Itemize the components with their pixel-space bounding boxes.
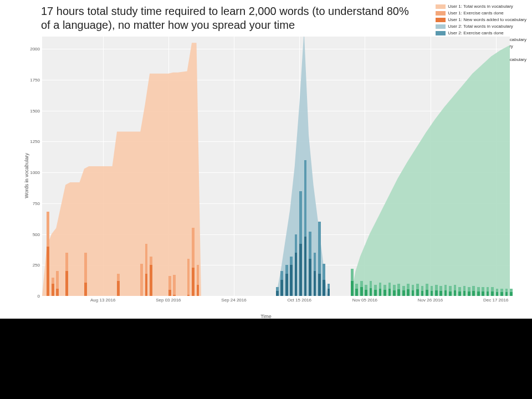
legend-item: User 1: Exercise cards done (436, 10, 526, 16)
x-tick: Dec 17 2016 (483, 296, 508, 303)
bar (407, 289, 410, 296)
bar (412, 290, 415, 296)
bar (421, 291, 424, 296)
legend-label: User 1: Exercise cards done (448, 10, 504, 16)
bar (397, 289, 400, 296)
bar (383, 290, 386, 296)
bar (351, 281, 354, 296)
bar (370, 288, 372, 296)
legend-swatch (436, 11, 446, 16)
bar (496, 292, 499, 296)
x-tick: Nov 05 2016 (352, 296, 377, 303)
chart-title: 17 hours total study time required to le… (41, 4, 418, 32)
bar (510, 292, 513, 296)
y-tick: 0 (38, 294, 42, 299)
bar (439, 291, 442, 296)
y-tick: 1250 (30, 139, 42, 144)
bar (416, 289, 419, 296)
bar (482, 291, 484, 296)
y-tick: 750 (33, 201, 42, 206)
x-tick: Sep 03 2016 (156, 296, 181, 303)
legend-label: User 1: Total words in vocabulary (448, 3, 513, 9)
area-series (42, 37, 510, 296)
x-tick: Oct 15 2016 (287, 296, 311, 303)
x-tick: Nov 26 2016 (418, 296, 443, 303)
y-tick: 1750 (30, 77, 42, 82)
y-axis-label: Words in vocabulary (22, 34, 29, 311)
x-axis-label: Time (22, 314, 510, 319)
bar (468, 291, 470, 296)
bar (431, 291, 433, 296)
bar (374, 290, 377, 296)
bar (500, 292, 503, 296)
x-tick: Aug 13 2016 (90, 296, 115, 303)
bar (365, 290, 367, 296)
bar (444, 290, 447, 296)
legend-swatch (436, 4, 446, 9)
legend-label: User 1: New words added to vocabulary (448, 17, 526, 23)
plot-area: 025050075010001250150017502000Aug 13 201… (42, 37, 510, 296)
bar (379, 289, 382, 296)
y-tick: 1000 (30, 170, 42, 175)
bar (393, 290, 396, 296)
bar (505, 292, 508, 296)
bar (402, 290, 405, 296)
bar (491, 291, 494, 296)
bar (477, 291, 480, 296)
bar (449, 291, 452, 296)
slide: 17 hours total study time required to le… (0, 0, 532, 319)
y-tick: 250 (33, 263, 42, 268)
bar (487, 291, 489, 296)
chart: Words in vocabulary Time 025050075010001… (22, 34, 510, 311)
bar (426, 290, 428, 296)
legend-item: User 1: Total words in vocabulary (436, 3, 526, 9)
bar (355, 289, 358, 296)
bar (360, 287, 363, 296)
x-tick: Sep 24 2016 (221, 296, 246, 303)
bar (388, 289, 391, 296)
legend-item: User 2: Total words in vocabulary (436, 23, 526, 29)
legend-swatch (436, 18, 446, 22)
bar (454, 290, 457, 296)
bar (472, 291, 475, 296)
legend-item: User 1: New words added to vocabulary (436, 17, 526, 23)
y-tick: 500 (33, 232, 42, 237)
legend-swatch (436, 24, 446, 29)
bar (463, 291, 466, 296)
bar (435, 290, 438, 296)
y-tick: 1500 (30, 108, 42, 113)
y-tick: 2000 (30, 47, 42, 52)
bar (458, 291, 461, 296)
legend-label: User 2: Total words in vocabulary (448, 23, 513, 29)
